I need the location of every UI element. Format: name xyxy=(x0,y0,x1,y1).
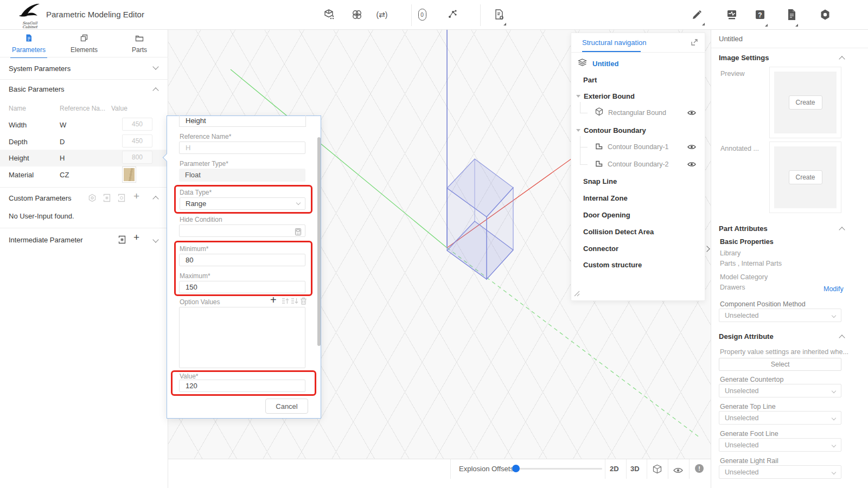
move-down-icon[interactable] xyxy=(291,297,298,307)
tree-item-door-opening[interactable]: Door Opening xyxy=(571,209,705,221)
tree-item-contour-boundary[interactable]: Contour Boundary xyxy=(571,124,705,136)
library-label: Library xyxy=(720,249,741,257)
calculator-icon[interactable] xyxy=(295,228,301,237)
data-type-select[interactable]: Range xyxy=(180,197,305,210)
design-attribute-header[interactable]: Design Attribute xyxy=(719,332,774,341)
visibility-eye-icon[interactable] xyxy=(687,108,696,118)
system-parameters-header[interactable]: System Parameters xyxy=(9,65,71,73)
create-preview-button[interactable]: Create xyxy=(789,95,822,110)
model-category-value: Drawers xyxy=(720,284,745,291)
resize-handle-icon[interactable] xyxy=(574,289,580,299)
explosion-slider-track[interactable] xyxy=(513,468,602,470)
tree-item-part[interactable]: Part xyxy=(571,74,705,86)
param-value-input[interactable] xyxy=(122,118,152,131)
document-export-icon[interactable] xyxy=(492,8,506,22)
tree-item-connector[interactable]: Connector xyxy=(571,242,705,254)
annotated-placeholder: Create xyxy=(774,146,837,208)
basic-parameters-header[interactable]: Basic Parameters xyxy=(9,85,65,93)
tree-item-untitled[interactable]: Untitled xyxy=(571,57,705,69)
param-value-input[interactable] xyxy=(122,134,152,147)
help-icon[interactable]: ? xyxy=(753,8,767,22)
chevron-up-icon[interactable] xyxy=(839,227,845,233)
tree-item-contour-boundary-1[interactable]: Contour Boundary-1 xyxy=(571,141,705,153)
generate-countertop-select[interactable]: Unselected xyxy=(719,384,841,397)
create-annotated-button[interactable]: Create xyxy=(789,170,822,184)
modal-scrollbar[interactable] xyxy=(317,137,321,346)
tree-item-contour-boundary-2[interactable]: Contour Boundary-2 xyxy=(571,158,705,170)
add-parameter-icon[interactable]: + xyxy=(133,190,139,202)
collapse-triangle-icon[interactable] xyxy=(576,95,580,98)
tree-item-internal-zone[interactable]: Internal Zone xyxy=(571,192,705,204)
swap-axes-icon[interactable]: (⇄) xyxy=(375,8,389,22)
move-up-icon[interactable] xyxy=(282,297,289,307)
collapse-right-panel-handle[interactable] xyxy=(702,241,711,256)
param-name: Height xyxy=(9,154,29,162)
knot-pattern-icon[interactable] xyxy=(350,8,364,22)
generate-foot-line-select[interactable]: Unselected xyxy=(719,438,841,452)
structural-navigation-title[interactable]: Structural navigation xyxy=(582,38,647,47)
visibility-eye-icon[interactable] xyxy=(687,142,696,152)
settings-gear-icon[interactable] xyxy=(818,8,832,22)
chevron-up-icon[interactable] xyxy=(839,56,845,62)
expand-panel-icon[interactable] xyxy=(691,38,698,48)
name-input[interactable]: Height xyxy=(179,115,306,127)
collapse-triangle-icon[interactable] xyxy=(576,129,580,132)
chevron-up-icon[interactable] xyxy=(152,196,158,202)
mode-3d-button[interactable]: 3D xyxy=(630,465,640,473)
mode-2d-button[interactable]: 2D xyxy=(610,465,619,473)
gear-circle-icon[interactable] xyxy=(88,194,97,204)
import-star-file-icon[interactable] xyxy=(103,194,111,204)
value-input[interactable]: 120 xyxy=(179,380,305,392)
import-circle-file-icon[interactable] xyxy=(117,194,126,204)
option-values-textarea[interactable] xyxy=(179,307,305,368)
chevron-up-icon[interactable] xyxy=(839,335,845,341)
component-position-method-select[interactable]: Unselected xyxy=(719,309,841,322)
trash-icon[interactable] xyxy=(300,297,307,307)
intermediate-parameter-header[interactable]: Intermediate Parameter xyxy=(9,236,83,244)
select-value: Unselected xyxy=(719,441,832,449)
measure-zero-icon[interactable]: 0 xyxy=(415,8,429,22)
generate-light-rail-select[interactable]: Unselected xyxy=(719,465,841,479)
import-star-file-icon[interactable] xyxy=(118,235,126,246)
custom-parameters-header[interactable]: Custom Parameters xyxy=(9,194,72,202)
contour-icon xyxy=(595,142,603,152)
visibility-eye-icon[interactable] xyxy=(673,466,683,476)
report-document-icon[interactable] xyxy=(784,8,799,22)
add-parameter-icon[interactable]: + xyxy=(133,232,139,243)
visibility-eye-icon[interactable] xyxy=(687,159,696,169)
monitor-activity-icon[interactable] xyxy=(725,8,739,22)
edit-parameter-modal: Height Reference Name* Parameter Type* F… xyxy=(167,115,321,419)
tree-item-rectangular-bound[interactable]: Rectangular Bound xyxy=(571,107,705,119)
reference-name-input[interactable] xyxy=(179,142,305,154)
tab-parts[interactable]: Parts xyxy=(115,33,164,54)
image-settings-header[interactable]: Image Settings xyxy=(719,54,769,62)
explosion-slider-thumb[interactable] xyxy=(512,465,520,472)
tree-item-exterior-bound[interactable]: Exterior Bound xyxy=(571,90,705,102)
tab-elements[interactable]: Elements xyxy=(60,33,108,54)
select-button[interactable]: Select xyxy=(719,358,841,371)
maximum-input[interactable]: 150 xyxy=(179,281,305,293)
hide-condition-input[interactable] xyxy=(179,224,305,237)
chevron-down-icon[interactable] xyxy=(152,236,158,242)
svg-text:?: ? xyxy=(758,11,762,19)
edit-pencil-icon[interactable] xyxy=(690,8,704,22)
modify-link[interactable]: Modify xyxy=(824,285,844,293)
chevron-up-icon[interactable] xyxy=(152,87,158,93)
part-attributes-header[interactable]: Part Attributes xyxy=(719,224,768,233)
tree-item-collision-detect-area[interactable]: Collision Detect Area xyxy=(571,226,705,237)
add-option-icon[interactable]: + xyxy=(270,294,277,306)
tree-item-snap-line[interactable]: Snap Line xyxy=(571,175,705,187)
minimum-input[interactable]: 80 xyxy=(179,254,305,266)
warning-icon[interactable]: ! xyxy=(695,464,704,473)
cancel-button[interactable]: Cancel xyxy=(265,399,308,414)
model-library-icon[interactable] xyxy=(322,8,336,22)
share-nodes-icon[interactable] xyxy=(445,8,459,22)
app-window: SeaGull Cabinet Parametric Modeling Edit… xyxy=(0,0,868,488)
generate-top-line-select[interactable]: Unselected xyxy=(719,411,841,425)
tab-parameters[interactable]: Parameters xyxy=(4,33,53,54)
param-value-input[interactable] xyxy=(122,151,152,164)
chevron-down-icon[interactable] xyxy=(152,63,158,69)
material-swatch[interactable] xyxy=(122,166,136,183)
tree-item-custom-structure[interactable]: Custom structure xyxy=(571,259,705,271)
cube-view-icon[interactable] xyxy=(653,464,662,476)
